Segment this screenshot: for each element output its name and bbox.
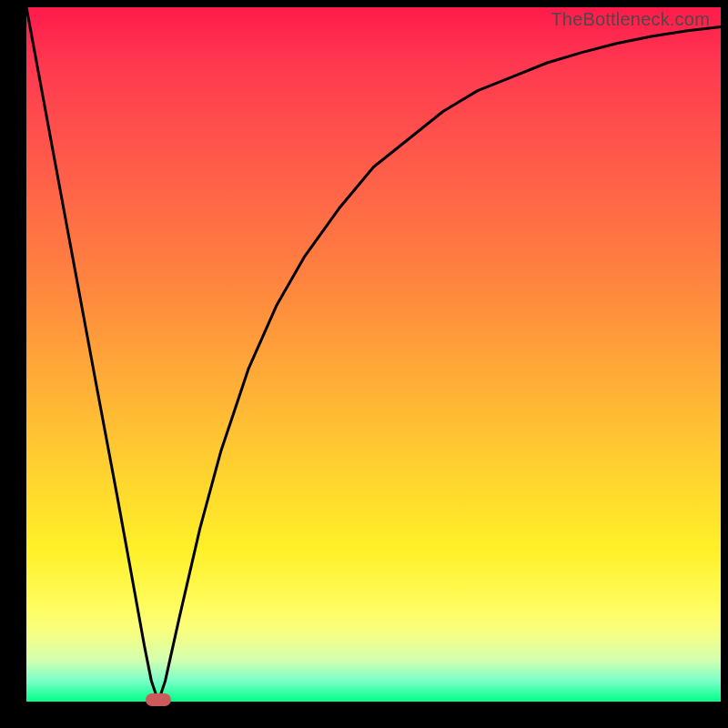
watermark-text: TheBottleneck.com — [551, 9, 710, 30]
curve-path — [26, 7, 721, 702]
plot-area: TheBottleneck.com — [26, 7, 721, 702]
bottleneck-curve — [26, 7, 721, 702]
chart-container: TheBottleneck.com — [0, 0, 728, 728]
optimal-marker — [146, 693, 171, 706]
